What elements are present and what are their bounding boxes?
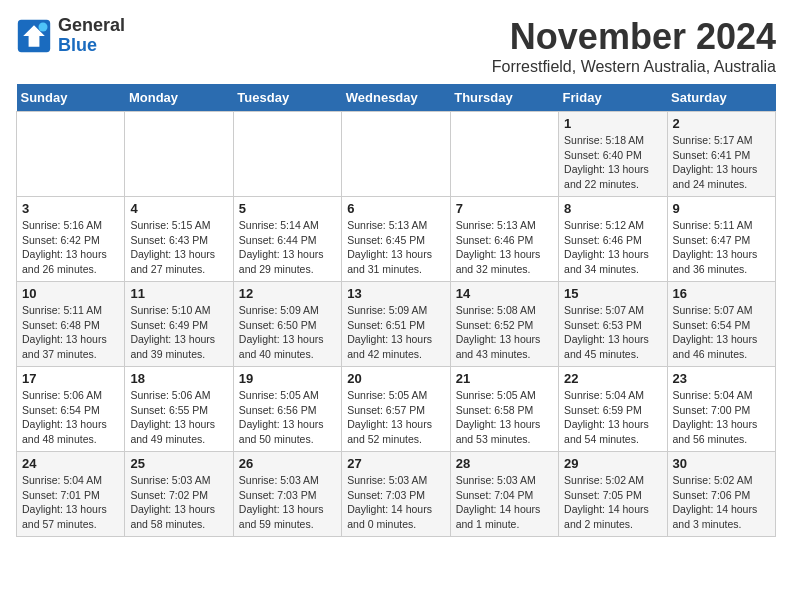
calendar-table: SundayMondayTuesdayWednesdayThursdayFrid… xyxy=(16,84,776,537)
day-number: 29 xyxy=(564,456,661,471)
day-number: 1 xyxy=(564,116,661,131)
logo: General Blue xyxy=(16,16,125,56)
day-detail: Sunrise: 5:04 AM Sunset: 7:01 PM Dayligh… xyxy=(22,473,119,532)
calendar-cell: 17Sunrise: 5:06 AM Sunset: 6:54 PM Dayli… xyxy=(17,367,125,452)
calendar-cell: 5Sunrise: 5:14 AM Sunset: 6:44 PM Daylig… xyxy=(233,197,341,282)
calendar-cell: 20Sunrise: 5:05 AM Sunset: 6:57 PM Dayli… xyxy=(342,367,450,452)
day-detail: Sunrise: 5:11 AM Sunset: 6:47 PM Dayligh… xyxy=(673,218,770,277)
calendar-cell: 3Sunrise: 5:16 AM Sunset: 6:42 PM Daylig… xyxy=(17,197,125,282)
calendar-cell: 19Sunrise: 5:05 AM Sunset: 6:56 PM Dayli… xyxy=(233,367,341,452)
day-number: 10 xyxy=(22,286,119,301)
calendar-cell: 22Sunrise: 5:04 AM Sunset: 6:59 PM Dayli… xyxy=(559,367,667,452)
svg-point-2 xyxy=(39,22,48,31)
day-number: 12 xyxy=(239,286,336,301)
calendar-week-1: 1Sunrise: 5:18 AM Sunset: 6:40 PM Daylig… xyxy=(17,112,776,197)
day-detail: Sunrise: 5:08 AM Sunset: 6:52 PM Dayligh… xyxy=(456,303,553,362)
calendar-body: 1Sunrise: 5:18 AM Sunset: 6:40 PM Daylig… xyxy=(17,112,776,537)
calendar-cell: 12Sunrise: 5:09 AM Sunset: 6:50 PM Dayli… xyxy=(233,282,341,367)
day-detail: Sunrise: 5:03 AM Sunset: 7:03 PM Dayligh… xyxy=(239,473,336,532)
day-detail: Sunrise: 5:02 AM Sunset: 7:05 PM Dayligh… xyxy=(564,473,661,532)
day-detail: Sunrise: 5:06 AM Sunset: 6:55 PM Dayligh… xyxy=(130,388,227,447)
day-detail: Sunrise: 5:17 AM Sunset: 6:41 PM Dayligh… xyxy=(673,133,770,192)
day-number: 19 xyxy=(239,371,336,386)
calendar-cell xyxy=(342,112,450,197)
calendar-cell: 8Sunrise: 5:12 AM Sunset: 6:46 PM Daylig… xyxy=(559,197,667,282)
day-number: 16 xyxy=(673,286,770,301)
day-detail: Sunrise: 5:07 AM Sunset: 6:54 PM Dayligh… xyxy=(673,303,770,362)
day-detail: Sunrise: 5:02 AM Sunset: 7:06 PM Dayligh… xyxy=(673,473,770,532)
calendar-cell: 18Sunrise: 5:06 AM Sunset: 6:55 PM Dayli… xyxy=(125,367,233,452)
day-number: 30 xyxy=(673,456,770,471)
day-detail: Sunrise: 5:03 AM Sunset: 7:02 PM Dayligh… xyxy=(130,473,227,532)
day-detail: Sunrise: 5:14 AM Sunset: 6:44 PM Dayligh… xyxy=(239,218,336,277)
day-number: 3 xyxy=(22,201,119,216)
calendar-cell: 10Sunrise: 5:11 AM Sunset: 6:48 PM Dayli… xyxy=(17,282,125,367)
calendar-subtitle: Forrestfield, Western Australia, Austral… xyxy=(492,58,776,76)
page-header: General Blue November 2024 Forrestfield,… xyxy=(16,16,776,76)
weekday-header-thursday: Thursday xyxy=(450,84,558,112)
calendar-cell: 25Sunrise: 5:03 AM Sunset: 7:02 PM Dayli… xyxy=(125,452,233,537)
day-detail: Sunrise: 5:09 AM Sunset: 6:51 PM Dayligh… xyxy=(347,303,444,362)
calendar-cell: 1Sunrise: 5:18 AM Sunset: 6:40 PM Daylig… xyxy=(559,112,667,197)
day-number: 22 xyxy=(564,371,661,386)
day-detail: Sunrise: 5:04 AM Sunset: 6:59 PM Dayligh… xyxy=(564,388,661,447)
calendar-cell: 6Sunrise: 5:13 AM Sunset: 6:45 PM Daylig… xyxy=(342,197,450,282)
day-detail: Sunrise: 5:03 AM Sunset: 7:03 PM Dayligh… xyxy=(347,473,444,532)
day-number: 9 xyxy=(673,201,770,216)
calendar-cell: 21Sunrise: 5:05 AM Sunset: 6:58 PM Dayli… xyxy=(450,367,558,452)
calendar-cell: 15Sunrise: 5:07 AM Sunset: 6:53 PM Dayli… xyxy=(559,282,667,367)
day-number: 8 xyxy=(564,201,661,216)
day-number: 23 xyxy=(673,371,770,386)
day-detail: Sunrise: 5:05 AM Sunset: 6:56 PM Dayligh… xyxy=(239,388,336,447)
day-number: 7 xyxy=(456,201,553,216)
calendar-cell: 4Sunrise: 5:15 AM Sunset: 6:43 PM Daylig… xyxy=(125,197,233,282)
day-detail: Sunrise: 5:12 AM Sunset: 6:46 PM Dayligh… xyxy=(564,218,661,277)
calendar-cell: 23Sunrise: 5:04 AM Sunset: 7:00 PM Dayli… xyxy=(667,367,775,452)
day-number: 5 xyxy=(239,201,336,216)
calendar-cell xyxy=(125,112,233,197)
day-number: 24 xyxy=(22,456,119,471)
calendar-cell: 29Sunrise: 5:02 AM Sunset: 7:05 PM Dayli… xyxy=(559,452,667,537)
calendar-cell xyxy=(233,112,341,197)
day-number: 6 xyxy=(347,201,444,216)
day-number: 15 xyxy=(564,286,661,301)
day-number: 18 xyxy=(130,371,227,386)
day-number: 13 xyxy=(347,286,444,301)
calendar-cell: 11Sunrise: 5:10 AM Sunset: 6:49 PM Dayli… xyxy=(125,282,233,367)
title-block: November 2024 Forrestfield, Western Aust… xyxy=(492,16,776,76)
day-number: 25 xyxy=(130,456,227,471)
calendar-cell: 24Sunrise: 5:04 AM Sunset: 7:01 PM Dayli… xyxy=(17,452,125,537)
calendar-cell: 14Sunrise: 5:08 AM Sunset: 6:52 PM Dayli… xyxy=(450,282,558,367)
day-number: 20 xyxy=(347,371,444,386)
weekday-header-wednesday: Wednesday xyxy=(342,84,450,112)
calendar-title: November 2024 xyxy=(492,16,776,58)
day-detail: Sunrise: 5:03 AM Sunset: 7:04 PM Dayligh… xyxy=(456,473,553,532)
day-number: 27 xyxy=(347,456,444,471)
day-number: 11 xyxy=(130,286,227,301)
day-detail: Sunrise: 5:07 AM Sunset: 6:53 PM Dayligh… xyxy=(564,303,661,362)
calendar-cell: 13Sunrise: 5:09 AM Sunset: 6:51 PM Dayli… xyxy=(342,282,450,367)
day-detail: Sunrise: 5:18 AM Sunset: 6:40 PM Dayligh… xyxy=(564,133,661,192)
calendar-cell xyxy=(17,112,125,197)
day-detail: Sunrise: 5:06 AM Sunset: 6:54 PM Dayligh… xyxy=(22,388,119,447)
weekday-header-row: SundayMondayTuesdayWednesdayThursdayFrid… xyxy=(17,84,776,112)
day-detail: Sunrise: 5:13 AM Sunset: 6:45 PM Dayligh… xyxy=(347,218,444,277)
calendar-cell: 30Sunrise: 5:02 AM Sunset: 7:06 PM Dayli… xyxy=(667,452,775,537)
calendar-week-3: 10Sunrise: 5:11 AM Sunset: 6:48 PM Dayli… xyxy=(17,282,776,367)
calendar-cell: 28Sunrise: 5:03 AM Sunset: 7:04 PM Dayli… xyxy=(450,452,558,537)
day-number: 4 xyxy=(130,201,227,216)
calendar-week-5: 24Sunrise: 5:04 AM Sunset: 7:01 PM Dayli… xyxy=(17,452,776,537)
calendar-week-2: 3Sunrise: 5:16 AM Sunset: 6:42 PM Daylig… xyxy=(17,197,776,282)
day-detail: Sunrise: 5:15 AM Sunset: 6:43 PM Dayligh… xyxy=(130,218,227,277)
calendar-cell: 26Sunrise: 5:03 AM Sunset: 7:03 PM Dayli… xyxy=(233,452,341,537)
day-detail: Sunrise: 5:13 AM Sunset: 6:46 PM Dayligh… xyxy=(456,218,553,277)
calendar-cell xyxy=(450,112,558,197)
day-detail: Sunrise: 5:11 AM Sunset: 6:48 PM Dayligh… xyxy=(22,303,119,362)
day-number: 26 xyxy=(239,456,336,471)
day-detail: Sunrise: 5:04 AM Sunset: 7:00 PM Dayligh… xyxy=(673,388,770,447)
weekday-header-sunday: Sunday xyxy=(17,84,125,112)
calendar-cell: 2Sunrise: 5:17 AM Sunset: 6:41 PM Daylig… xyxy=(667,112,775,197)
calendar-week-4: 17Sunrise: 5:06 AM Sunset: 6:54 PM Dayli… xyxy=(17,367,776,452)
logo-text: General Blue xyxy=(58,16,125,56)
day-number: 14 xyxy=(456,286,553,301)
